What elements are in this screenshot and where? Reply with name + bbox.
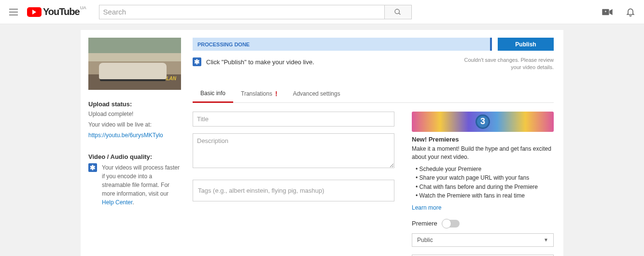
premiere-toggle[interactable] bbox=[442, 220, 460, 228]
logo-text: YouTube bbox=[43, 6, 80, 17]
page: @HAMEDGILAN Upload status: Upload comple… bbox=[0, 24, 644, 256]
processing-status-bar: PROCESSING DONE bbox=[193, 38, 492, 51]
info-badge-icon: ✱ bbox=[88, 163, 97, 172]
quality-block: Video / Audio quality: ✱ Your videos wil… bbox=[88, 153, 181, 207]
tab-translations-label: Translations bbox=[241, 90, 272, 97]
logo-region: UA bbox=[80, 5, 86, 10]
live-at-label: Your video will be live at: bbox=[88, 121, 181, 129]
svg-line-1 bbox=[399, 13, 400, 14]
header: YouTube UA bbox=[0, 0, 644, 24]
svg-rect-5 bbox=[605, 10, 606, 12]
play-icon bbox=[27, 7, 42, 17]
svg-point-0 bbox=[395, 9, 399, 14]
video-thumbnail[interactable]: @HAMEDGILAN bbox=[88, 38, 181, 90]
premieres-heading: New! Premieres bbox=[412, 136, 554, 143]
title-input[interactable] bbox=[193, 112, 394, 127]
form-area: Tags (e.g., albert einstein, flying pig,… bbox=[193, 112, 554, 256]
search-input[interactable] bbox=[99, 5, 385, 19]
upload-status-heading: Upload status: bbox=[88, 100, 181, 108]
save-error-text: Couldn't save changes. Please review you… bbox=[457, 57, 554, 71]
search-container bbox=[99, 5, 412, 19]
tab-advanced-settings[interactable]: Advanced settings bbox=[285, 85, 348, 102]
tab-basic-info[interactable]: Basic info bbox=[193, 85, 233, 103]
main-panel: PROCESSING DONE Publish ✱ Click "Publish… bbox=[193, 38, 554, 256]
publish-hint-row: ✱ Click "Publish" to make your video liv… bbox=[193, 57, 314, 66]
visibility-value: Public bbox=[417, 237, 433, 243]
form-left: Tags (e.g., albert einstein, flying pig,… bbox=[193, 112, 394, 256]
header-actions bbox=[602, 6, 636, 18]
create-video-icon[interactable] bbox=[602, 6, 613, 18]
visibility-select[interactable]: Public ▼ bbox=[412, 233, 554, 247]
left-panel: @HAMEDGILAN Upload status: Upload comple… bbox=[88, 38, 181, 256]
search-button[interactable] bbox=[385, 5, 412, 19]
description-input[interactable] bbox=[193, 133, 394, 168]
search-icon bbox=[394, 8, 402, 16]
thumbnail-watermark: @HAMEDGILAN bbox=[139, 76, 176, 81]
premieres-banner: 3 bbox=[412, 112, 554, 132]
upload-card: @HAMEDGILAN Upload status: Upload comple… bbox=[81, 30, 563, 256]
list-item: Share your watch page URL with your fans bbox=[416, 173, 554, 183]
chevron-down-icon: ▼ bbox=[544, 237, 548, 242]
info-badge-icon: ✱ bbox=[193, 57, 201, 66]
premiere-toggle-label: Premiere bbox=[412, 220, 437, 227]
premieres-body: Make it a moment! Build the hype and get… bbox=[412, 145, 554, 162]
quality-text: Your videos will process faster if you e… bbox=[102, 163, 181, 207]
notifications-icon[interactable] bbox=[625, 6, 636, 18]
upload-status-value: Upload complete! bbox=[88, 110, 181, 118]
premieres-bullets: Schedule your Premiere Share your watch … bbox=[416, 165, 554, 200]
hamburger-icon[interactable] bbox=[8, 6, 19, 18]
video-url-link[interactable]: https://youtu.be/6urysMKTylo bbox=[88, 132, 163, 139]
quality-body: Your videos will process faster if you e… bbox=[102, 164, 180, 197]
quality-heading: Video / Audio quality: bbox=[88, 153, 181, 160]
form-right: 3 New! Premieres Make it a moment! Build… bbox=[412, 112, 554, 256]
tags-input[interactable]: Tags (e.g., albert einstein, flying pig,… bbox=[193, 180, 394, 201]
list-item: Schedule your Premiere bbox=[416, 165, 554, 174]
list-item: Chat with fans before and during the Pre… bbox=[416, 183, 554, 192]
list-item: Watch the Premiere with fans in real tim… bbox=[416, 191, 554, 200]
learn-more-link[interactable]: Learn more bbox=[412, 204, 441, 211]
countdown-badge: 3 bbox=[476, 114, 490, 129]
warning-icon: ! bbox=[275, 90, 278, 98]
publish-button[interactable]: Publish bbox=[498, 38, 554, 51]
publish-hint-text: Click "Publish" to make your video live. bbox=[206, 58, 314, 66]
tabs: Basic info Translations ! Advanced setti… bbox=[193, 85, 554, 103]
help-center-link[interactable]: Help Center bbox=[102, 199, 132, 206]
youtube-logo[interactable]: YouTube UA bbox=[27, 6, 80, 17]
svg-marker-3 bbox=[609, 9, 612, 14]
tab-translations[interactable]: Translations ! bbox=[233, 85, 285, 102]
